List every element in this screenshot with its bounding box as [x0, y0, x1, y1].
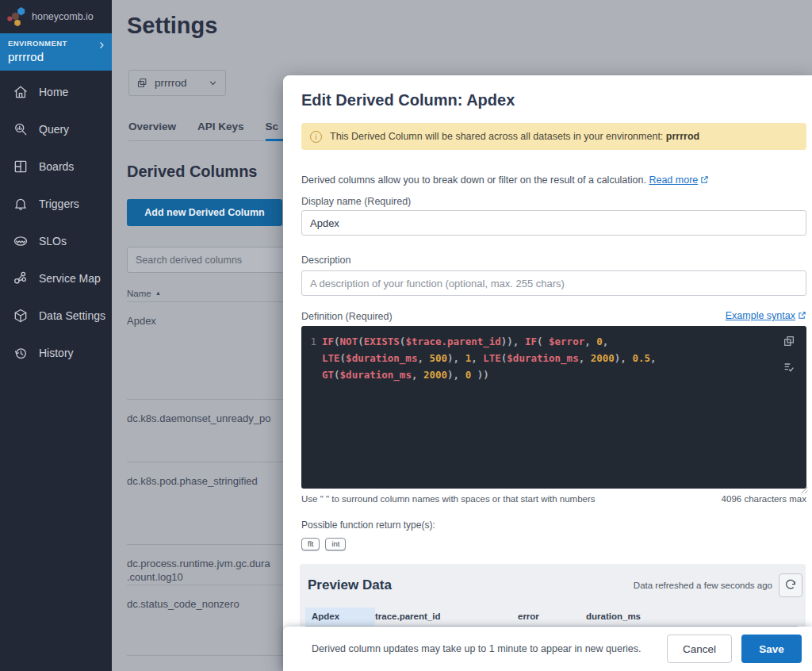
save-button[interactable]: Save	[741, 635, 802, 663]
preview-column-header-trace-parent-id: trace.parent_id	[375, 608, 518, 626]
sidebar-item-data-settings[interactable]: Data Settings	[0, 297, 112, 334]
sidebar-item-slos[interactable]: SLOs	[0, 222, 112, 259]
external-link-icon	[798, 311, 806, 322]
sidebar-nav: HomeQueryBoardsTriggersSLOsService MapDa…	[0, 73, 112, 371]
modal-footer-bar: Derived column updates may take up to 1 …	[283, 627, 812, 671]
banner-environment: prrrrod	[666, 131, 699, 142]
tab-sc[interactable]: Sc	[266, 121, 279, 132]
history-icon	[13, 345, 29, 361]
honeycomb-logo[interactable]: honeycomb.io	[0, 0, 112, 33]
service-map-icon	[13, 270, 29, 286]
tab-overview[interactable]: Overview	[128, 121, 176, 132]
return-type-badges: fltint	[301, 535, 351, 550]
editor-toolbar	[783, 335, 795, 374]
description-input[interactable]	[301, 270, 806, 296]
code-line: GT($duration_ms, 2000), 0 ))	[322, 366, 806, 383]
preview-column-header-error: error	[518, 608, 586, 626]
banner-text: This Derived Column will be shared acros…	[330, 131, 699, 142]
return-types-label: Possible function return type(s):	[301, 520, 435, 531]
sidebar-item-label: Query	[39, 123, 69, 136]
section-title: Derived Columns	[127, 163, 257, 181]
sort-asc-icon: ▲	[155, 289, 161, 297]
refreshed-status: Data refreshed a few seconds ago	[634, 581, 772, 590]
sidebar-item-history[interactable]: History	[0, 334, 112, 371]
sidebar-item-label: History	[39, 347, 74, 359]
logo-text: honeycomb.io	[32, 11, 94, 22]
environment-selector-dropdown[interactable]: prrrrod	[128, 70, 226, 96]
lint-check-icon[interactable]	[783, 361, 795, 374]
bell-icon	[13, 196, 29, 212]
refresh-icon	[784, 579, 797, 592]
example-syntax-link[interactable]: Example syntax	[726, 310, 795, 321]
modal-title: Edit Derived Column: Apdex	[301, 91, 515, 109]
editor-helper-row: Use " " to surround column names with sp…	[301, 494, 806, 504]
honeycomb-logo-icon	[7, 6, 27, 28]
environment-name: prrrrod	[8, 50, 104, 63]
char-limit: 4096 characters max	[722, 494, 806, 504]
line-number: 1	[301, 333, 322, 489]
example-syntax: Example syntax	[726, 310, 806, 322]
sidebar-item-label: Triggers	[39, 197, 79, 210]
preview-table-header: Apdextrace.parent_iderrorduration_ms	[305, 608, 798, 627]
sidebar-item-label: Home	[39, 86, 68, 98]
boards-icon	[13, 159, 29, 174]
add-derived-column-button[interactable]: Add new Derived Column	[127, 199, 282, 226]
environment-icon	[136, 77, 148, 89]
editor-help-text: Use " " to surround column names with sp…	[301, 494, 596, 504]
info-icon: i	[310, 131, 322, 143]
definition-header-row: Definition (Required) Example syntax	[301, 310, 806, 322]
sidebar-item-label: Boards	[39, 160, 74, 173]
sidebar: honeycomb.io ENVIRONMENT prrrrod HomeQue…	[0, 0, 112, 671]
chevron-down-icon	[208, 78, 218, 88]
sidebar-item-query[interactable]: Query	[0, 110, 112, 148]
display-name-input[interactable]	[301, 210, 806, 236]
refresh-button[interactable]	[779, 573, 802, 597]
external-link-icon	[700, 175, 709, 186]
query-icon	[13, 121, 29, 137]
sidebar-item-label: Service Map	[39, 272, 101, 285]
preview-column-header-duration-ms: duration_ms	[586, 608, 798, 626]
footer-note: Derived column updates may take up to 1 …	[312, 643, 657, 654]
environment-selector-value: prrrrod	[155, 77, 187, 89]
sidebar-item-service-map[interactable]: Service Map	[0, 259, 112, 297]
sidebar-item-boards[interactable]: Boards	[0, 148, 112, 185]
return-type-badge: flt	[301, 538, 320, 550]
tab-api-keys[interactable]: API Keys	[197, 121, 244, 132]
definition-code-editor[interactable]: 1 IF(NOT(EXISTS($trace.parent_id)), IF( …	[301, 326, 806, 489]
definition-label: Definition (Required)	[301, 311, 393, 322]
shared-environment-banner: i This Derived Column will be shared acr…	[301, 123, 806, 150]
intro-text: Derived columns allow you to break down …	[301, 174, 709, 186]
code-line: IF(NOT(EXISTS($trace.parent_id)), IF( $e…	[322, 333, 806, 350]
edit-derived-column-modal: Edit Derived Column: Apdex i This Derive…	[283, 75, 812, 671]
chevron-right-icon	[97, 40, 106, 50]
read-more-link[interactable]: Read more	[649, 174, 698, 186]
preview-title: Preview Data	[308, 577, 634, 593]
return-type-badge: int	[325, 538, 346, 550]
display-name-label: Display name (Required)	[301, 196, 411, 207]
code-line: LTE($duration_ms, 500), 1, LTE($duration…	[322, 350, 806, 366]
app-screen: honeycomb.io ENVIRONMENT prrrrod HomeQue…	[0, 0, 812, 671]
sidebar-item-label: Data Settings	[39, 309, 105, 322]
copy-icon[interactable]	[783, 335, 795, 347]
settings-tabs: OverviewAPI KeysSc	[128, 121, 285, 141]
preview-panel-header: Preview Data Data refreshed a few second…	[300, 564, 806, 597]
sidebar-item-label: SLOs	[39, 235, 67, 247]
handshake-icon	[13, 233, 29, 249]
preview-column-header-apdex: Apdex	[305, 608, 375, 626]
home-icon	[13, 84, 29, 100]
cancel-button[interactable]: Cancel	[667, 635, 732, 663]
environment-label: ENVIRONMENT	[8, 39, 104, 48]
description-label: Description	[301, 255, 351, 266]
page-title: Settings	[127, 13, 217, 39]
environment-switcher[interactable]: ENVIRONMENT prrrrod	[0, 33, 112, 71]
code-content: IF(NOT(EXISTS($trace.parent_id)), IF( $e…	[322, 333, 806, 489]
cube-icon	[13, 308, 29, 324]
sidebar-item-home[interactable]: Home	[0, 73, 112, 110]
sidebar-item-triggers[interactable]: Triggers	[0, 185, 112, 222]
